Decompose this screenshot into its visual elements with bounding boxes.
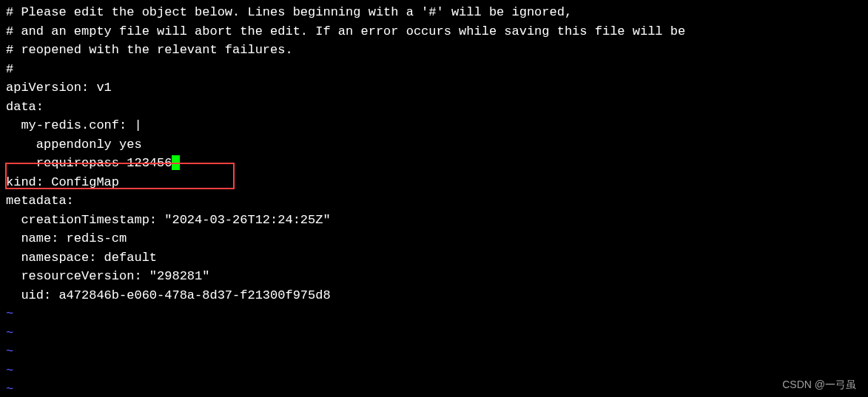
yaml-uid[interactable]: uid: a472846b-e060-478a-8d37-f21300f975d… <box>6 286 862 305</box>
yaml-confkey[interactable]: my-redis.conf: | <box>6 116 862 135</box>
yaml-metadata[interactable]: metadata: <box>6 191 862 211</box>
comment-line-1[interactable]: # Please edit the object below. Lines be… <box>6 3 862 22</box>
vim-tilde-line: ~ <box>6 305 862 324</box>
requirepass-text: requirepass 123456 <box>6 156 172 170</box>
comment-line-3[interactable]: # reopened with the relevant failures. <box>6 41 862 60</box>
yaml-requirepass[interactable]: requirepass 123456 <box>6 154 862 173</box>
watermark-text: CSDN @一弓虽 <box>782 377 856 393</box>
yaml-data[interactable]: data: <box>6 98 862 117</box>
vim-tilde-line: ~ <box>6 324 862 343</box>
yaml-apiversion[interactable]: apiVersion: v1 <box>6 78 862 98</box>
yaml-name[interactable]: name: redis-cm <box>6 229 862 248</box>
vim-tilde-line: ~ <box>6 362 862 381</box>
yaml-appendonly[interactable]: appendonly yes <box>6 135 862 155</box>
yaml-resource-version[interactable]: resourceVersion: "298281" <box>6 267 862 286</box>
vim-tilde-line: ~ <box>6 380 862 397</box>
comment-line-4[interactable]: # <box>6 60 862 79</box>
yaml-namespace[interactable]: namespace: default <box>6 248 862 268</box>
cursor-icon <box>172 155 180 170</box>
vim-tilde-line: ~ <box>6 342 862 362</box>
yaml-kind[interactable]: kind: ConfigMap <box>6 173 862 192</box>
comment-line-2[interactable]: # and an empty file will abort the edit.… <box>6 22 862 41</box>
yaml-creation-timestamp[interactable]: creationTimestamp: "2024-03-26T12:24:25Z… <box>6 211 862 230</box>
